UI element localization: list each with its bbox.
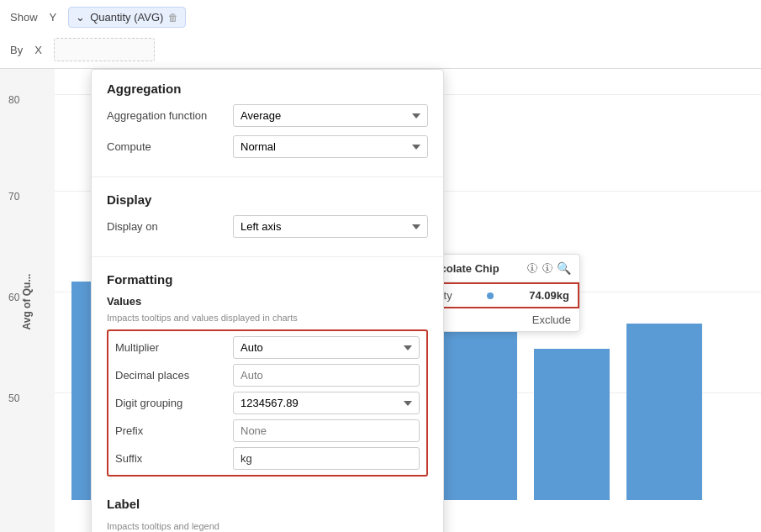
exclude-btn[interactable]: Exclude [532, 313, 571, 326]
formatting-section: Formatting Values [92, 261, 443, 313]
hover-panel-icons: 🛈 🛈 🔍 [526, 261, 571, 275]
x-axis-drop-zone[interactable] [54, 38, 155, 61]
by-row: By X [0, 34, 761, 68]
digit-grouping-label: Digit grouping [115, 397, 233, 409]
digit-grouping-select[interactable]: 1234567.89 1,234,567.89 [233, 392, 420, 414]
filter-icon[interactable]: 🛈 [526, 261, 538, 275]
display-section: Display Display on Left axis Right axis [92, 181, 443, 253]
compute-label: Compute [107, 140, 233, 153]
pill-chevron: ⌄ [76, 11, 85, 24]
prefix-label: Prefix [115, 424, 233, 437]
y-tick-70: 70 [8, 191, 19, 203]
aggregation-section: Aggregation Aggregation function Average… [92, 70, 443, 173]
suffix-input[interactable] [233, 447, 420, 470]
label-sub-label: Impacts tooltips and legend [92, 521, 443, 531]
y-axis-indicator: Y [50, 11, 57, 24]
main-area: Avg of Qu... 80 70 60 50 74.09kg Product… [0, 69, 761, 532]
hover-dot [487, 292, 494, 299]
display-title: Display [107, 192, 428, 207]
aggregation-function-select[interactable]: Average Sum Count [233, 104, 428, 127]
display-on-select[interactable]: Left axis Right axis [233, 215, 428, 238]
search-icon[interactable]: 🔍 [557, 261, 571, 275]
show-label: Show [10, 11, 38, 24]
compute-select[interactable]: Normal Running total [233, 135, 428, 158]
decimal-places-label: Decimal places [115, 369, 233, 382]
y-tick-80: 80 [8, 94, 19, 106]
bar-6[interactable] [534, 349, 610, 500]
label-section: Label [92, 485, 443, 521]
y-tick-50: 50 [8, 392, 19, 404]
digit-grouping-row: Digit grouping 1234567.89 1,234,567.89 [112, 392, 423, 414]
divider-2 [92, 256, 443, 257]
prefix-row: Prefix [112, 419, 423, 442]
show-row: Show Y ⌄ Quantity (AVG) 🗑 [0, 0, 761, 34]
by-label: By [10, 44, 23, 56]
pill-label: Quantity (AVG) [90, 11, 163, 24]
values-sub-label: Impacts tooltips and values displayed in… [92, 313, 443, 323]
y-tick-60: 60 [8, 292, 19, 303]
suffix-label: Suffix [115, 452, 233, 465]
formatting-values-box: Multiplier Auto 1 1000 Decimal places Di… [107, 329, 428, 477]
decimal-places-input[interactable] [233, 364, 420, 387]
quantity-avg-pill[interactable]: ⌄ Quantity (AVG) 🗑 [68, 7, 186, 28]
decimal-places-row: Decimal places [112, 364, 423, 387]
filter2-icon[interactable]: 🛈 [542, 261, 553, 275]
display-on-row: Display on Left axis Right axis [107, 215, 428, 238]
bar-7[interactable] [626, 324, 702, 500]
multiplier-label: Multiplier [115, 341, 233, 354]
compute-row: Compute Normal Running total [107, 135, 428, 158]
settings-panel: Aggregation Aggregation function Average… [91, 69, 444, 532]
suffix-row: Suffix [112, 447, 423, 470]
multiplier-select[interactable]: Auto 1 1000 [233, 336, 420, 359]
pill-delete-icon[interactable]: 🗑 [168, 12, 178, 24]
prefix-input[interactable] [233, 419, 420, 442]
hover-row-value: 74.09kg [529, 289, 569, 302]
top-bar: Show Y ⌄ Quantity (AVG) 🗑 By X [0, 0, 761, 69]
aggregation-function-label: Aggregation function [107, 109, 233, 122]
multiplier-row: Multiplier Auto 1 1000 [112, 336, 423, 359]
aggregation-function-row: Aggregation function Average Sum Count [107, 104, 428, 127]
y-axis-label: Avg of Qu... [22, 273, 34, 329]
label-title: Label [107, 497, 428, 511]
formatting-title: Formatting [107, 272, 428, 287]
display-on-label: Display on [107, 220, 233, 233]
aggregation-title: Aggregation [107, 82, 428, 96]
divider-1 [92, 176, 443, 177]
values-title: Values [107, 295, 428, 308]
x-axis-indicator: X [34, 44, 42, 56]
